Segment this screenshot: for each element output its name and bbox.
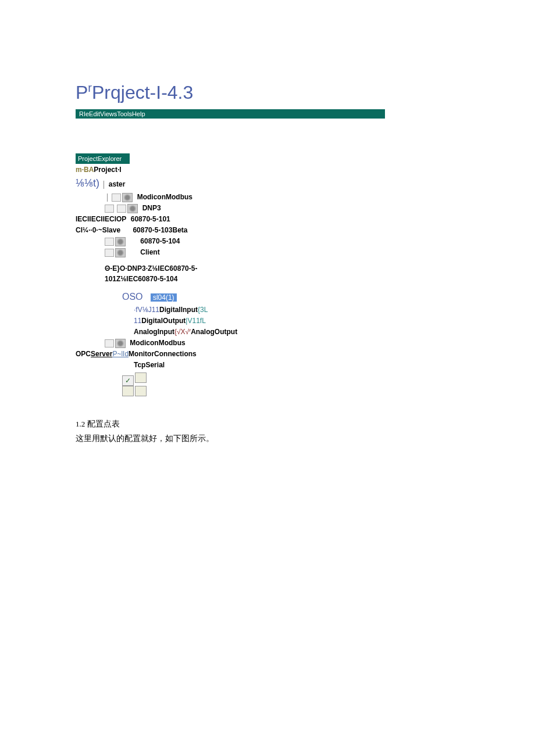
gear-icon [115, 237, 126, 246]
tree-item-modiconmodbus[interactable]: ModiconModbus [76, 192, 233, 202]
device-icon[interactable] [135, 386, 147, 396]
gear-icon [115, 339, 126, 348]
digout-label: DigitalOutput [141, 317, 186, 325]
ci-left-label: CI¼··0·~Slave [76, 226, 120, 234]
node-icon [105, 339, 114, 347]
monitorcon-label: MonitorConnections [129, 350, 197, 358]
tree-item-104[interactable]: 60870-5-104 [76, 236, 233, 246]
tree-root[interactable]: m·BAProject·I [76, 164, 233, 175]
node-icon [117, 205, 126, 213]
node-icon [105, 238, 114, 246]
anain-label: AnalogInput [134, 328, 174, 336]
ci-right-label: 60870-5-103Beta [133, 226, 187, 234]
dnp3-label: DNP3 [142, 204, 161, 212]
server-label: Server [91, 350, 112, 358]
modiconmodbus2-label: ModiconModbus [130, 339, 185, 347]
project-explorer-panel: ProjectExplorer m·BAProject·I ⅛⅛t) aster… [76, 153, 233, 400]
bottom-icon-row: ✓ [76, 372, 233, 386]
tree-oso-row[interactable]: OSO sl04(1) [76, 290, 233, 304]
iec-left-label: IECIIECIIECIOP [76, 215, 126, 223]
tree-item-analoginput[interactable]: AnalogInput{√X√ʳAnalogOutput [76, 327, 233, 337]
iec-right-label: 60870-5-101 [131, 215, 170, 223]
sl04-highlight[interactable]: sl04(1) [151, 293, 177, 302]
expand-icon[interactable] [105, 205, 114, 213]
gear-icon [122, 193, 133, 202]
tree-item-103beta[interactable]: CI¼··0·~Slave 60870-5-103Beta [76, 225, 233, 235]
frac-label: ⅛⅛t) [76, 177, 99, 189]
tree-item-tcpserial[interactable]: TcpSerial [76, 360, 233, 370]
aster-label[interactable]: aster [109, 180, 126, 188]
tree-middle-text: Θ-E}O·DNP3·Z⅛IEC60870-5-101Z⅛IEC60870-5-… [76, 263, 233, 284]
tree-item-digitalinput[interactable]: ·fV⅛J11DigitalInput{3L [76, 304, 233, 315]
title-sup: r [88, 81, 92, 94]
monitor-icon[interactable] [135, 372, 147, 383]
tree-frac-row: ⅛⅛t) aster [76, 175, 233, 191]
oso-label: OSO [122, 292, 143, 302]
tree-connector-icon [107, 194, 108, 202]
section-title: 配置点表 [87, 420, 120, 428]
project-explorer-header: ProjectExplorer [76, 153, 130, 164]
digout-prefix: 11 [134, 317, 141, 325]
anaout-label: AnalogOutput [191, 328, 237, 336]
tree-item-iec-101[interactable]: IECIIECIIECIOP 60870-5-101 [76, 214, 233, 224]
tree-connector-icon [104, 181, 104, 189]
tree-item-modiconmodbus2[interactable]: ModiconModbus [76, 338, 233, 348]
app-title: PrPrqject-I-4.3 [76, 81, 459, 103]
anain-suffix: {√X√ʳ [174, 328, 191, 336]
root-label: Project·I [94, 166, 121, 174]
menu-bar[interactable]: RIeEditViewsToolsHelp [76, 109, 385, 119]
line-104-label: 60870-5-104 [140, 237, 180, 245]
tree-item-digitaloutput[interactable]: 11DigitalOutput|V11fL [76, 316, 233, 326]
gear-icon [115, 248, 126, 257]
section-heading: 1.2 配置点表 [76, 417, 459, 431]
opc-prefix: OPC [76, 350, 91, 358]
section-number: 1.2 [76, 420, 85, 428]
device-icon[interactable] [122, 386, 134, 396]
root-prefix: m·BA [76, 166, 94, 174]
tree-item-opcserver[interactable]: OPCServerP~lIdMonitorConnections [76, 349, 233, 359]
node-icon [112, 194, 121, 202]
title-main: Prqject-I-4.3 [92, 82, 193, 103]
plld-label: P~lId [112, 350, 129, 358]
digin-suffix: {3L [198, 306, 208, 314]
digin-label: DigitalInput [159, 306, 198, 314]
modiconmodbus-label: ModiconModbus [137, 193, 192, 201]
section-paragraph: 这里用默认的配置就好，如下图所示。 [76, 431, 459, 446]
tree-item-dnp3[interactable]: DNP3 [76, 203, 233, 213]
node-icon [105, 249, 114, 257]
digout-suffix: |V11fL [186, 317, 205, 325]
tree-item-client[interactable]: Client [76, 247, 233, 257]
body-text-block: 1.2 配置点表 这里用默认的配置就好，如下图所示。 [76, 417, 459, 446]
gear-icon [127, 204, 138, 213]
client-label: Client [140, 248, 159, 256]
check-icon[interactable]: ✓ [122, 375, 134, 386]
bottom-icon-row-2 [76, 386, 233, 399]
title-prefix: P [76, 82, 88, 103]
digin-prefix: ·fV⅛J11 [134, 306, 159, 314]
